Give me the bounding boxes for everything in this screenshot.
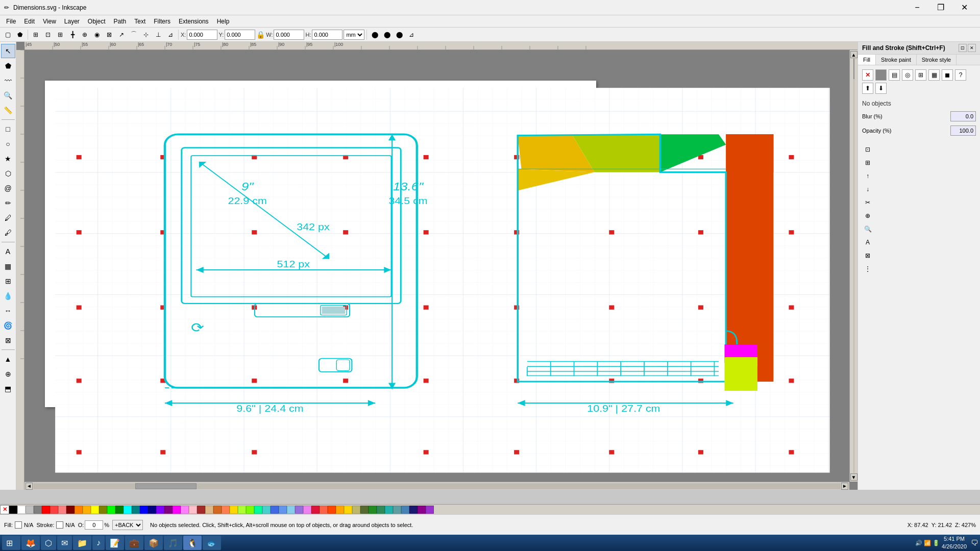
- layer-select[interactable]: +BACK Layer 1: [112, 520, 143, 530]
- extra-tool8[interactable]: A: [862, 237, 873, 248]
- close-button[interactable]: ✕: [952, 0, 976, 15]
- tool-eraser[interactable]: ⊠: [1, 333, 15, 347]
- color-swatch[interactable]: [320, 506, 328, 514]
- tool-connector[interactable]: ↔: [1, 304, 15, 318]
- menu-view[interactable]: View: [39, 17, 60, 26]
- color-swatch[interactable]: [17, 506, 26, 514]
- snap-mid[interactable]: ⊹: [140, 29, 152, 40]
- color-swatch[interactable]: [91, 506, 99, 514]
- maximize-button[interactable]: ❐: [929, 0, 952, 15]
- color-swatch[interactable]: [409, 506, 418, 514]
- tool-rect[interactable]: □: [1, 122, 15, 136]
- paint-unknown[interactable]: ?: [955, 69, 966, 81]
- extra-tool4[interactable]: ↓: [862, 184, 873, 195]
- color-swatch[interactable]: [311, 506, 320, 514]
- opacity-input[interactable]: [950, 126, 976, 136]
- tool-dropper[interactable]: 💧: [1, 289, 15, 303]
- paint-none[interactable]: ✕: [862, 69, 873, 81]
- tool-tweak[interactable]: 〰: [1, 73, 15, 88]
- menu-help[interactable]: Help: [213, 17, 234, 26]
- tool-circle[interactable]: ○: [1, 137, 15, 151]
- vscroll-up[interactable]: ▲: [850, 51, 857, 58]
- y-input[interactable]: [225, 30, 255, 40]
- taskbar-app1[interactable]: 💼: [125, 536, 143, 550]
- vscroll-thumb[interactable]: [853, 59, 854, 79]
- paint-extra2[interactable]: ⬇: [875, 83, 887, 94]
- color-swatch[interactable]: [181, 506, 189, 514]
- color-swatch[interactable]: [197, 506, 205, 514]
- taskbar-notepad[interactable]: 📝: [106, 536, 124, 550]
- color-swatch[interactable]: [173, 506, 181, 514]
- color-swatch[interactable]: [66, 506, 75, 514]
- tool-zoom2[interactable]: ⊕: [1, 367, 15, 381]
- color-swatch[interactable]: [124, 506, 132, 514]
- minimize-button[interactable]: −: [905, 0, 929, 15]
- color-swatch[interactable]: [352, 506, 360, 514]
- color-swatch[interactable]: [393, 506, 401, 514]
- snap-ext[interactable]: ↗: [116, 29, 127, 40]
- tool-zoom[interactable]: 🔍: [1, 88, 15, 103]
- color-swatch[interactable]: [262, 506, 271, 514]
- taskbar-files[interactable]: 📁: [73, 536, 91, 550]
- color-swatch[interactable]: [303, 506, 311, 514]
- tool-spiral[interactable]: @: [1, 181, 15, 195]
- color-swatch[interactable]: [230, 506, 238, 514]
- color-swatch[interactable]: [254, 506, 262, 514]
- color-swatch[interactable]: [295, 506, 303, 514]
- tool-node[interactable]: ⬟: [14, 29, 26, 40]
- color-swatch[interactable]: [9, 506, 17, 514]
- color-swatch[interactable]: [385, 506, 393, 514]
- paint-swatch[interactable]: ◼: [942, 69, 953, 81]
- canvas-viewport[interactable]: 9" 22.9 cm 13.6" 34.5 cm 342 px 512 px ⟳: [24, 50, 857, 490]
- taskbar-spotify[interactable]: ♪: [92, 536, 105, 550]
- snap-bbox[interactable]: ⊞: [30, 29, 41, 40]
- tab-stroke-paint[interactable]: Stroke paint: [876, 55, 917, 65]
- color-swatch[interactable]: [336, 506, 344, 514]
- tool-mesh[interactable]: ⊞: [1, 274, 15, 288]
- extra-tool5[interactable]: ✂: [862, 197, 873, 208]
- hscroll-thumb[interactable]: [135, 483, 197, 489]
- align-center[interactable]: ⬤: [381, 29, 393, 40]
- taskbar-firefox[interactable]: 🦊: [21, 536, 40, 550]
- color-swatch[interactable]: [279, 506, 287, 514]
- tool-arrow[interactable]: ↖: [1, 44, 15, 58]
- extra-tool9[interactable]: ⊠: [862, 250, 873, 261]
- color-swatch[interactable]: [58, 506, 66, 514]
- color-swatch[interactable]: [287, 506, 295, 514]
- fs-close[interactable]: ✕: [968, 44, 976, 52]
- extra-tool3[interactable]: ↑: [862, 170, 873, 182]
- color-swatch[interactable]: [418, 506, 426, 514]
- taskbar-inkscape[interactable]: 🐧: [183, 536, 202, 550]
- menu-file[interactable]: File: [2, 17, 20, 26]
- tool-pen[interactable]: 🖊: [1, 211, 15, 225]
- menu-extensions[interactable]: Extensions: [175, 17, 213, 26]
- w-input[interactable]: [274, 30, 304, 40]
- extra-tool6[interactable]: ⊕: [862, 210, 873, 221]
- color-swatch[interactable]: [271, 506, 279, 514]
- snap-tan[interactable]: ⊿: [165, 29, 176, 40]
- color-swatch[interactable]: [115, 506, 124, 514]
- taskbar-app2[interactable]: 📦: [144, 536, 163, 550]
- color-swatch[interactable]: [75, 506, 83, 514]
- tool-node-edit[interactable]: ⬟: [1, 59, 15, 73]
- color-swatch[interactable]: [189, 506, 197, 514]
- align-right[interactable]: ⬤: [394, 29, 405, 40]
- color-swatch[interactable]: [34, 506, 42, 514]
- taskbar-app4[interactable]: 🐟: [203, 536, 221, 550]
- color-swatch[interactable]: [238, 506, 246, 514]
- tool-select[interactable]: ▢: [2, 29, 13, 40]
- color-swatch[interactable]: [377, 506, 385, 514]
- snap-perp[interactable]: ⊥: [153, 29, 164, 40]
- extra-tool1[interactable]: ⊡: [862, 144, 873, 155]
- color-swatch[interactable]: [99, 506, 107, 514]
- snap-node[interactable]: ⊡: [42, 29, 54, 40]
- color-swatch[interactable]: [164, 506, 173, 514]
- opacity-status-input[interactable]: [85, 520, 103, 530]
- hscroll-left[interactable]: ◄: [26, 483, 33, 490]
- color-swatch[interactable]: [401, 506, 409, 514]
- hscroll-right[interactable]: ►: [841, 483, 848, 490]
- tab-stroke-style[interactable]: Stroke style: [917, 55, 957, 65]
- tool-spray[interactable]: 🌀: [1, 318, 15, 333]
- color-swatch[interactable]: [132, 506, 140, 514]
- color-swatch[interactable]: [328, 506, 336, 514]
